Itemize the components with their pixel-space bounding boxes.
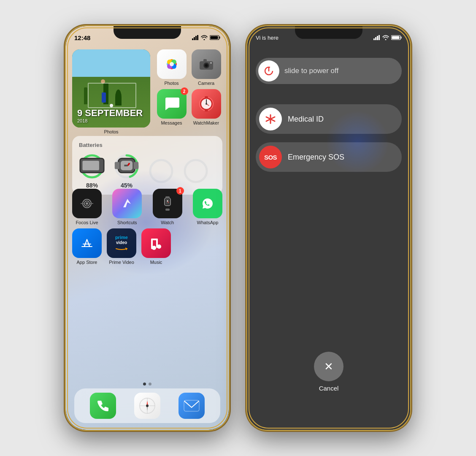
medical-id-button[interactable]: Medical ID xyxy=(256,104,402,134)
emergency-sos-button[interactable]: SOS Emergency SOS xyxy=(256,142,402,172)
battery-icon xyxy=(210,35,220,40)
battery-phone: 📱 88% xyxy=(79,153,105,189)
watch-badge: 1 xyxy=(176,187,184,195)
home-screen: 12:48 xyxy=(66,26,229,430)
app-focos-label: Focos Live xyxy=(76,220,98,225)
svg-point-26 xyxy=(206,103,207,105)
battery-items: 📱 88% xyxy=(79,153,216,189)
svg-rect-54 xyxy=(165,196,170,198)
notch-1 xyxy=(114,26,181,39)
cancel-label: Cancel xyxy=(319,385,339,392)
power-slider[interactable]: slide to power off xyxy=(256,58,402,84)
app-music[interactable]: Music xyxy=(141,228,171,265)
svg-rect-5 xyxy=(219,37,220,39)
photos-widget-wrap[interactable]: 9 SEPTEMBER 2018 Photos xyxy=(72,49,150,134)
svg-rect-20 xyxy=(203,59,207,62)
app-appstore-label: App Store xyxy=(77,260,97,265)
apps-section: Focos Live Shortcuts xyxy=(72,189,222,271)
batteries-title: Batteries xyxy=(79,142,216,148)
svg-rect-33 xyxy=(82,161,99,171)
medical-asterisk-icon xyxy=(265,113,276,125)
cancel-button[interactable]: ✕ xyxy=(314,352,343,381)
dock-phone-icon xyxy=(90,393,116,419)
battery-watch-ring xyxy=(114,153,140,179)
photos-widget-label: Photos xyxy=(104,129,118,134)
phone-2-screen: Vi is here xyxy=(247,26,410,430)
svg-rect-28 xyxy=(205,110,208,111)
app-messages[interactable]: 2 Messages xyxy=(157,89,187,125)
phone-1: 12:48 xyxy=(65,25,230,431)
safari-svg xyxy=(138,396,157,415)
app-whatsapp[interactable]: WhatsApp xyxy=(193,189,222,225)
batteries-widget: Batteries 📱 xyxy=(72,136,222,195)
svg-rect-6 xyxy=(211,36,218,39)
wifi-icon-2 xyxy=(382,35,389,40)
medical-icon-wrap xyxy=(259,108,282,130)
medical-id-label: Medical ID xyxy=(288,115,324,124)
app-watchmaker[interactable]: WatchMaker xyxy=(192,89,221,125)
cancel-wrap: ✕ Cancel xyxy=(247,352,410,392)
top-apps-grid: Photos xyxy=(155,49,222,134)
app-whatsapp-label: WhatsApp xyxy=(197,220,219,225)
page-dot-1 xyxy=(143,383,146,385)
svg-point-21 xyxy=(210,62,212,64)
app-focos[interactable]: Focos Live xyxy=(72,189,102,225)
app-appstore[interactable]: A App Store xyxy=(72,228,102,265)
messages-badge: 2 xyxy=(181,87,188,95)
photo-widget: 9 SEPTEMBER 2018 xyxy=(72,49,150,128)
svg-point-49 xyxy=(86,202,88,205)
svg-rect-71 xyxy=(373,38,375,40)
svg-point-19 xyxy=(205,64,208,67)
app-watch[interactable]: 1 Watch xyxy=(153,189,182,225)
appstore-svg: A xyxy=(79,235,95,251)
dock-phone[interactable] xyxy=(90,393,116,419)
shortcuts-icon xyxy=(112,189,142,218)
camera-icon xyxy=(192,49,221,79)
power-slider-thumb xyxy=(258,60,279,81)
amazon-smile xyxy=(115,246,128,250)
battery-empty-2 xyxy=(183,158,209,184)
cancel-x-icon: ✕ xyxy=(324,360,333,373)
app-camera-label: Camera xyxy=(198,81,214,86)
app-photos[interactable]: Photos xyxy=(157,49,187,86)
main-apps-row: Focos Live Shortcuts xyxy=(72,189,222,225)
watch-battery-icon xyxy=(114,152,140,179)
dock-safari[interactable] xyxy=(134,393,160,419)
battery-empty-ring-1 xyxy=(148,158,174,184)
status-icons-2 xyxy=(373,35,402,40)
battery-empty-ring-2 xyxy=(183,158,209,184)
whatsapp-icon xyxy=(193,189,222,218)
app-messages-label: Messages xyxy=(161,120,182,125)
app-watch-label: Watch xyxy=(161,220,174,225)
dock-mail-icon xyxy=(178,393,205,419)
power-slider-row[interactable]: slide to power off xyxy=(256,58,402,84)
battery-icon-2 xyxy=(391,35,402,40)
status-icons-1 xyxy=(192,35,220,40)
svg-rect-42 xyxy=(134,162,138,169)
svg-point-43 xyxy=(150,160,172,182)
focos-svg xyxy=(78,195,95,212)
watch-app-svg xyxy=(161,195,174,212)
app-camera[interactable]: Camera xyxy=(192,49,221,86)
svg-rect-72 xyxy=(375,37,376,40)
svg-point-15 xyxy=(170,62,174,66)
sos-icon-wrap: SOS xyxy=(259,146,282,168)
svg-rect-77 xyxy=(392,36,400,39)
app-shortcuts-label: Shortcuts xyxy=(117,220,137,225)
photos-icon xyxy=(157,49,187,79)
svg-rect-63 xyxy=(151,239,158,240)
watchmaker-icon xyxy=(192,89,221,119)
second-apps-row: A App Store prime video xyxy=(72,228,222,265)
carrier-text: Vi is here xyxy=(256,35,279,41)
svg-rect-0 xyxy=(192,38,193,40)
dock-mail[interactable] xyxy=(178,393,205,419)
status-time-1: 12:48 xyxy=(74,34,90,41)
phone-1-screen: 12:48 xyxy=(66,26,229,430)
signal-icon xyxy=(192,35,199,40)
app-primevideo[interactable]: prime video Prime Video xyxy=(107,228,136,265)
app-shortcuts[interactable]: Shortcuts xyxy=(112,189,142,225)
shortcuts-svg xyxy=(119,195,135,212)
wifi-icon xyxy=(201,35,208,40)
dock xyxy=(74,388,220,423)
photo-date: 9 SEPTEMBER 2018 xyxy=(77,108,143,123)
